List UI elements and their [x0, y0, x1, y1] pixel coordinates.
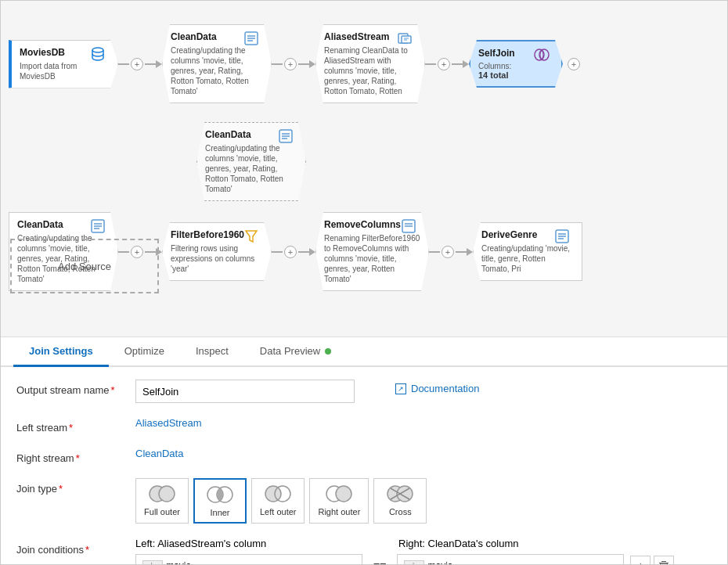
- node-cleandata1[interactable]: CleanData Creating/updating the columns …: [162, 24, 272, 103]
- right-col-header: Right: CleanData's column: [398, 538, 519, 549]
- node-selfjoin-count: 14 total: [478, 70, 553, 80]
- join-conditions-label: Join conditions*: [16, 538, 126, 556]
- selfjoin-icon: [533, 46, 550, 63]
- left-col-value: movie: [166, 560, 191, 564]
- pipeline-row-1: MoviesDB Import data from MoviesDB + Cle…: [9, 24, 582, 103]
- canvas-area: MoviesDB Import data from MoviesDB + Cle…: [1, 1, 727, 337]
- node-moviesdb-desc: Import data from MoviesDB: [20, 61, 110, 81]
- node-cleandata1-desc: Creating/updating the columns 'movie, ti…: [171, 45, 263, 96]
- data-preview-dot: [325, 348, 331, 354]
- output-stream-input[interactable]: [135, 380, 355, 403]
- plus-btn-selfjoin[interactable]: +: [568, 58, 580, 70]
- left-col-select[interactable]: abc movie: [135, 554, 362, 564]
- node-filter[interactable]: FilterBefore1960 Filtering rows using ex…: [162, 222, 272, 281]
- tab-join-settings[interactable]: Join Settings: [13, 337, 109, 367]
- left-stream-row: Left stream* AliasedStream: [16, 417, 712, 434]
- connector-r3-3: +: [429, 246, 473, 258]
- tab-inspect[interactable]: Inspect: [180, 337, 244, 367]
- left-stream-value[interactable]: AliasedStream: [135, 417, 202, 429]
- right-stream-label: Right stream*: [16, 448, 126, 464]
- right-stream-value[interactable]: CleanData: [135, 448, 183, 459]
- connector-r3-2: +: [272, 246, 315, 258]
- output-stream-label: Output stream name*: [16, 380, 126, 396]
- right-col-chevron: [607, 560, 617, 564]
- node-cleandata2[interactable]: CleanData Creating/updating the columns …: [196, 122, 306, 201]
- conditions-content: Left: AliasedStream's column Right: Clea…: [135, 538, 712, 564]
- pipeline-row-2: CleanData Creating/updating the columns …: [196, 122, 306, 201]
- join-conditions-row: Join conditions* Left: AliasedStream's c…: [16, 538, 712, 564]
- tab-optimize[interactable]: Optimize: [109, 337, 180, 367]
- equals-sign: ==: [369, 560, 391, 564]
- documentation-icon: ↗: [395, 383, 406, 394]
- remove-icon: [400, 218, 417, 235]
- add-condition-btn[interactable]: +: [630, 556, 651, 564]
- node-removecolumns-desc: Renaming FilterBefore1960 to RemoveColum…: [324, 233, 420, 284]
- settings-panel: Output stream name* ↗ Documentation Left…: [1, 367, 727, 564]
- node-cleandata2-desc: Creating/updating the columns 'movie, ti…: [205, 143, 297, 194]
- documentation-link[interactable]: ↗ Documentation: [395, 380, 479, 394]
- node-moviesdb[interactable]: MoviesDB Import data from MoviesDB: [9, 40, 118, 88]
- delete-condition-btn[interactable]: [654, 556, 674, 564]
- output-stream-row: Output stream name* ↗ Documentation: [16, 380, 712, 403]
- node-derivegenre[interactable]: DeriveGenre Creating/updating 'movie, ti…: [473, 222, 582, 281]
- join-type-inner[interactable]: Inner: [193, 478, 247, 524]
- join-type-full-outer[interactable]: Full outer: [135, 478, 189, 524]
- clean-icon-2: [277, 128, 294, 145]
- plus-btn-r3-2[interactable]: +: [284, 246, 297, 258]
- right-stream-row: Right stream* CleanData: [16, 448, 712, 464]
- right-col-value: movie: [427, 560, 452, 564]
- join-type-left-outer[interactable]: Left outer: [251, 478, 305, 524]
- database-icon: [89, 45, 106, 63]
- main-container: MoviesDB Import data from MoviesDB + Cle…: [0, 0, 728, 565]
- node-filter-desc: Filtering rows using expressions on colu…: [171, 243, 263, 274]
- join-type-right-outer[interactable]: Right outer: [309, 478, 369, 524]
- add-source-box[interactable]: Add Source: [10, 239, 159, 293]
- node-aliasedstream[interactable]: AliasedStream Renaming CleanData to Alia…: [315, 24, 425, 103]
- plus-btn-r3-3[interactable]: +: [441, 246, 454, 258]
- svg-point-0: [92, 48, 103, 52]
- add-source-label: Add Source: [58, 261, 111, 272]
- action-btns: +: [630, 556, 674, 564]
- abc-tag-right: abc: [404, 560, 424, 565]
- connector-3: +: [425, 58, 469, 70]
- node-derivegenre-desc: Creating/updating 'movie, title, genre, …: [481, 243, 574, 274]
- abc-tag-left: abc: [142, 560, 163, 565]
- tabs-bar: Join Settings Optimize Inspect Data Prev…: [1, 337, 727, 367]
- join-type-label: Join type*: [16, 478, 126, 495]
- filter-icon: [243, 228, 260, 245]
- join-type-row: Join type* Full outer: [16, 478, 712, 524]
- join-type-cross[interactable]: Cross: [373, 478, 427, 524]
- svg-rect-42: [661, 561, 666, 562]
- join-type-group: Full outer Inner: [135, 478, 427, 524]
- plus-btn-2[interactable]: +: [284, 58, 297, 70]
- svg-marker-19: [246, 231, 257, 242]
- left-col-header: Left: AliasedStream's column: [135, 538, 362, 549]
- left-col-chevron: [346, 560, 355, 564]
- plus-btn-1[interactable]: +: [131, 58, 143, 70]
- plus-btn-3[interactable]: +: [438, 58, 450, 70]
- clean-icon-3: [89, 218, 106, 235]
- node-selfjoin[interactable]: SelfJoin Columns: 14 total: [469, 40, 563, 88]
- left-stream-label: Left stream*: [16, 417, 126, 434]
- node-aliasedstream-desc: Renaming CleanData to AliasedStream with…: [324, 45, 416, 96]
- svg-point-28: [159, 486, 175, 502]
- derive-icon: [553, 228, 571, 245]
- clean-icon-1: [243, 30, 260, 47]
- node-removecolumns[interactable]: RemoveColumns Renaming FilterBefore1960 …: [315, 212, 429, 291]
- condition-row: abc movie == abc movie: [135, 554, 712, 564]
- connector-1: +: [118, 58, 162, 70]
- svg-point-36: [336, 486, 351, 502]
- alias-icon: [396, 30, 413, 47]
- right-col-select[interactable]: abc movie: [397, 554, 624, 564]
- tab-data-preview[interactable]: Data Preview: [244, 337, 347, 367]
- conditions-labels-row: Left: AliasedStream's column Right: Clea…: [135, 538, 712, 549]
- svg-point-33: [265, 486, 281, 502]
- connector-2: +: [272, 58, 315, 70]
